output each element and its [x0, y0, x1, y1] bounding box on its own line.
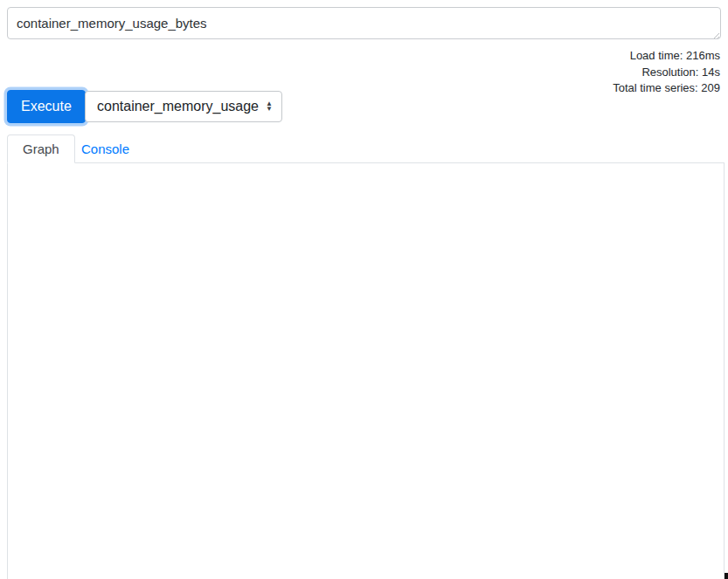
- stat-load-time: Load time: 216ms: [613, 48, 720, 65]
- query-input[interactable]: container_memory_usage_bytes: [7, 7, 721, 39]
- query-stats: Load time: 216ms Resolution: 14s Total t…: [613, 48, 720, 97]
- metric-select-value: container_memory_usage: [97, 99, 260, 114]
- graph-panel: [7, 162, 725, 579]
- metric-select[interactable]: container_memory_usage ▲▼: [85, 91, 282, 122]
- execute-button[interactable]: Execute: [7, 90, 86, 123]
- stat-total-series: Total time series: 209: [613, 80, 720, 97]
- stat-resolution: Resolution: 14s: [613, 65, 720, 81]
- tab-console[interactable]: Console: [66, 134, 144, 163]
- select-updown-icon: ▲▼: [266, 101, 273, 113]
- tab-graph[interactable]: Graph: [7, 134, 75, 163]
